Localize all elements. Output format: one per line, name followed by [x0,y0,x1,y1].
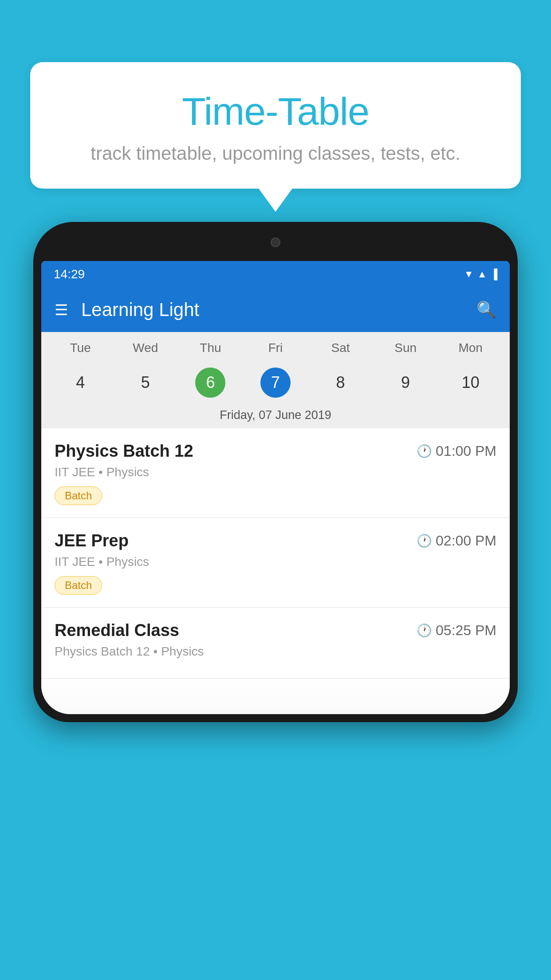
day-number[interactable]: 9 [373,363,438,402]
days-header: TueWedThuFriSatSunMon [41,337,510,359]
day-number[interactable]: 7 [243,363,308,402]
status-time: 14:29 [54,267,85,281]
schedule-time-text: 02:00 PM [436,533,496,549]
clock-icon: 🕐 [417,623,432,638]
day-number[interactable]: 4 [48,363,113,402]
day-label: Mon [438,337,503,359]
status-icons: ▼ ▲ ▐ [464,269,497,280]
bubble-subtitle: track timetable, upcoming classes, tests… [52,143,499,164]
calendar-section: TueWedThuFriSatSunMon 45678910 Friday, 0… [41,332,510,428]
day-label: Thu [178,337,243,359]
day-label: Fri [243,337,308,359]
selected-date-label: Friday, 07 June 2019 [41,406,510,428]
schedule-item-name: Remedial Class [55,621,179,640]
status-bar: 14:29 ▼ ▲ ▐ [41,261,510,288]
schedule-time-text: 05:25 PM [436,622,496,639]
batch-badge: Batch [55,486,102,505]
day-number[interactable]: 5 [113,363,178,402]
schedule-item[interactable]: JEE Prep🕐02:00 PMIIT JEE • PhysicsBatch [41,518,510,608]
phone-mockup: 14:29 ▼ ▲ ▐ ☰ Learning Light 🔍 TueWedThu… [33,222,518,980]
speech-bubble-container: Time-Table track timetable, upcoming cla… [30,62,521,189]
day-number[interactable]: 10 [438,363,503,402]
clock-icon: 🕐 [417,533,432,548]
day-number[interactable]: 8 [308,363,373,402]
bottom-fade [41,679,510,714]
days-numbers: 45678910 [41,363,510,402]
app-title: Learning Light [81,299,476,320]
schedule-item-name: Physics Batch 12 [55,442,193,461]
schedule-item[interactable]: Remedial Class🕐05:25 PMPhysics Batch 12 … [41,608,510,679]
schedule-meta: Physics Batch 12 • Physics [55,644,496,659]
battery-icon: ▐ [490,269,497,280]
phone-notch [236,230,315,254]
wifi-icon: ▼ [464,269,474,280]
day-label: Sat [308,337,373,359]
schedule-time-text: 01:00 PM [436,443,496,459]
phone-notch-bar [41,230,510,261]
hamburger-icon[interactable]: ☰ [55,301,68,319]
day-number[interactable]: 6 [178,363,243,402]
search-icon[interactable]: 🔍 [476,300,496,319]
schedule-item-name: JEE Prep [55,531,129,550]
speech-bubble: Time-Table track timetable, upcoming cla… [30,62,521,189]
clock-icon: 🕐 [417,444,432,458]
batch-badge: Batch [55,576,102,595]
phone-screen: 14:29 ▼ ▲ ▐ ☰ Learning Light 🔍 TueWedThu… [41,261,510,714]
camera [271,237,280,247]
day-label: Sun [373,337,438,359]
app-bar: ☰ Learning Light 🔍 [41,288,510,332]
schedule-list: Physics Batch 12🕐01:00 PMIIT JEE • Physi… [41,428,510,679]
schedule-meta: IIT JEE • Physics [55,465,496,479]
day-label: Wed [113,337,178,359]
phone-outer: 14:29 ▼ ▲ ▐ ☰ Learning Light 🔍 TueWedThu… [33,222,518,722]
bubble-title: Time-Table [52,89,499,134]
signal-icon: ▲ [477,269,487,280]
day-label: Tue [48,337,113,359]
schedule-item[interactable]: Physics Batch 12🕐01:00 PMIIT JEE • Physi… [41,428,510,518]
schedule-meta: IIT JEE • Physics [55,555,496,569]
